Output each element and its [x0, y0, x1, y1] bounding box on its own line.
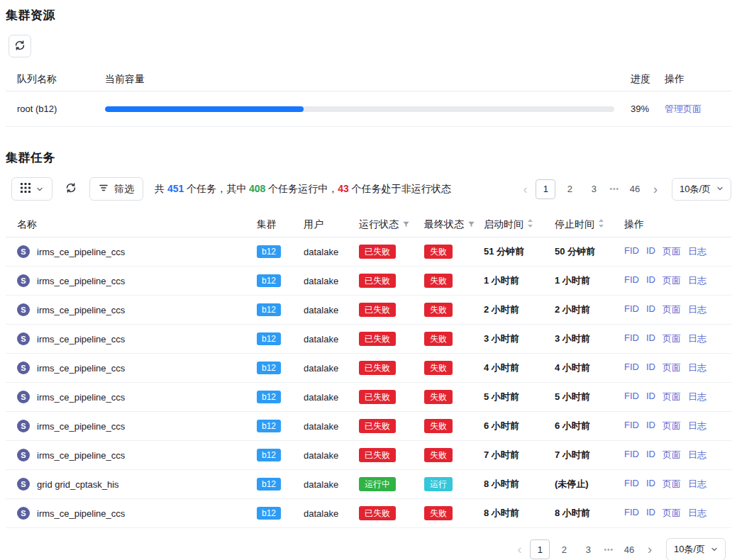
- page-link[interactable]: 页面: [663, 245, 681, 258]
- run-status-badge: 已失败: [359, 245, 396, 259]
- next-page-button[interactable]: ›: [643, 543, 656, 556]
- table-row: S irms_ce_pipeline_ccs b12 datalake 已失败 …: [6, 267, 731, 296]
- page-button-46[interactable]: 46: [619, 539, 639, 559]
- table-row: S irms_ce_pipeline_ccs b12 datalake 已失败 …: [6, 354, 731, 383]
- page-link[interactable]: 页面: [663, 274, 681, 287]
- fid-link[interactable]: FID: [624, 362, 639, 374]
- cluster-badge: b12: [257, 478, 281, 491]
- avatar: S: [17, 303, 30, 316]
- fid-link[interactable]: FID: [624, 245, 639, 258]
- page-link[interactable]: 页面: [663, 362, 681, 374]
- fid-link[interactable]: FID: [624, 391, 639, 403]
- start-time: 8 小时前: [484, 507, 555, 520]
- page-button-2[interactable]: 2: [560, 179, 580, 199]
- start-time: 3 小时前: [484, 332, 555, 345]
- page-link[interactable]: 页面: [663, 332, 681, 345]
- fid-link[interactable]: FID: [624, 420, 639, 432]
- id-link[interactable]: ID: [646, 478, 655, 491]
- col-actions: 操作: [665, 73, 720, 86]
- page-size-select[interactable]: 10条/页: [666, 538, 726, 560]
- fid-link[interactable]: FID: [624, 507, 639, 520]
- log-link[interactable]: 日志: [688, 303, 706, 316]
- task-name: irms_ce_pipeline_ccs: [37, 450, 125, 461]
- filter-button[interactable]: 筛选: [89, 177, 143, 201]
- manage-page-link[interactable]: 管理页面: [665, 103, 702, 114]
- fid-link[interactable]: FID: [624, 303, 639, 316]
- column-settings-button[interactable]: [11, 177, 52, 201]
- page-button-1[interactable]: 1: [536, 179, 555, 199]
- start-time: 2 小时前: [484, 303, 555, 316]
- id-link[interactable]: ID: [646, 245, 655, 258]
- final-status-badge: 失败: [424, 448, 453, 462]
- id-link[interactable]: ID: [646, 303, 655, 316]
- stop-time: 2 小时前: [555, 303, 624, 316]
- chevron-down-icon: [36, 184, 43, 195]
- user-name: datalake: [304, 421, 359, 432]
- id-link[interactable]: ID: [646, 362, 655, 374]
- id-link[interactable]: ID: [646, 274, 655, 287]
- start-time: 7 小时前: [484, 449, 555, 461]
- run-status-badge: 已失败: [359, 448, 396, 462]
- page-link[interactable]: 页面: [663, 303, 681, 316]
- table-row: S irms_ce_pipeline_ccs b12 datalake 已失败 …: [6, 441, 731, 470]
- id-link[interactable]: ID: [646, 391, 655, 403]
- fid-link[interactable]: FID: [624, 449, 639, 461]
- prev-page-button[interactable]: ‹: [513, 543, 526, 556]
- not-running-count: 43: [338, 183, 349, 194]
- filter-funnel-icon[interactable]: [402, 219, 410, 230]
- resources-toolbar: [9, 35, 731, 57]
- page-link[interactable]: 页面: [663, 507, 681, 520]
- page-link[interactable]: 页面: [663, 449, 681, 461]
- page-link[interactable]: 页面: [663, 391, 681, 403]
- refresh-button[interactable]: [9, 35, 31, 57]
- final-status-badge: 失败: [424, 419, 453, 433]
- refresh-tasks-button[interactable]: [61, 177, 81, 201]
- log-link[interactable]: 日志: [688, 391, 706, 403]
- page-link[interactable]: 页面: [663, 478, 681, 491]
- page-button-3[interactable]: 3: [578, 539, 598, 559]
- more-pages-button[interactable]: •••: [608, 185, 621, 193]
- sort-icon[interactable]: [598, 218, 604, 230]
- fid-link[interactable]: FID: [624, 478, 639, 491]
- page-button-1[interactable]: 1: [530, 539, 550, 559]
- next-page-button[interactable]: ›: [649, 183, 662, 196]
- summary-text: 个任务，其中: [184, 183, 249, 194]
- log-link[interactable]: 日志: [688, 245, 706, 258]
- refresh-icon: [14, 40, 26, 53]
- id-link[interactable]: ID: [646, 420, 655, 432]
- bottom-pagination-bar: ‹ 1 2 3 ••• 46 › 10条/页: [6, 528, 731, 560]
- id-link[interactable]: ID: [646, 507, 655, 520]
- more-pages-button[interactable]: •••: [602, 546, 615, 554]
- id-link[interactable]: ID: [646, 332, 655, 345]
- sort-icon[interactable]: [527, 218, 533, 230]
- log-link[interactable]: 日志: [688, 362, 706, 374]
- page-button-2[interactable]: 2: [554, 539, 574, 559]
- log-link[interactable]: 日志: [688, 478, 706, 491]
- stop-time: 3 小时前: [555, 332, 624, 345]
- col-queue-name: 队列名称: [17, 73, 105, 86]
- id-link[interactable]: ID: [646, 449, 655, 461]
- stop-time: 7 小时前: [555, 449, 624, 461]
- log-link[interactable]: 日志: [688, 274, 706, 287]
- table-row: S irms_ce_pipeline_ccs b12 datalake 已失败 …: [6, 412, 731, 441]
- log-link[interactable]: 日志: [688, 507, 706, 520]
- resources-table-header: 队列名称 当前容量 进度 操作: [6, 67, 731, 91]
- queue-name: root (b12): [17, 103, 105, 114]
- page-size-select[interactable]: 10条/页: [672, 178, 731, 201]
- user-name: datalake: [304, 363, 359, 374]
- page: 集群资源 队列名称 当前容量 进度 操作 root (b12): [0, 0, 737, 560]
- page-button-46[interactable]: 46: [625, 179, 645, 199]
- page-button-3[interactable]: 3: [584, 179, 604, 199]
- fid-link[interactable]: FID: [624, 332, 639, 345]
- log-link[interactable]: 日志: [688, 420, 706, 432]
- prev-page-button[interactable]: ‹: [519, 183, 531, 196]
- log-link[interactable]: 日志: [688, 332, 706, 345]
- fid-link[interactable]: FID: [624, 274, 639, 287]
- filter-funnel-icon[interactable]: [467, 219, 475, 230]
- tasks-title: 集群任务: [6, 150, 731, 166]
- task-name: irms_ce_pipeline_ccs: [37, 334, 125, 345]
- page-link[interactable]: 页面: [663, 420, 681, 432]
- col-cluster: 集群: [257, 218, 277, 231]
- log-link[interactable]: 日志: [688, 449, 706, 461]
- col-capacity: 当前容量: [105, 73, 631, 86]
